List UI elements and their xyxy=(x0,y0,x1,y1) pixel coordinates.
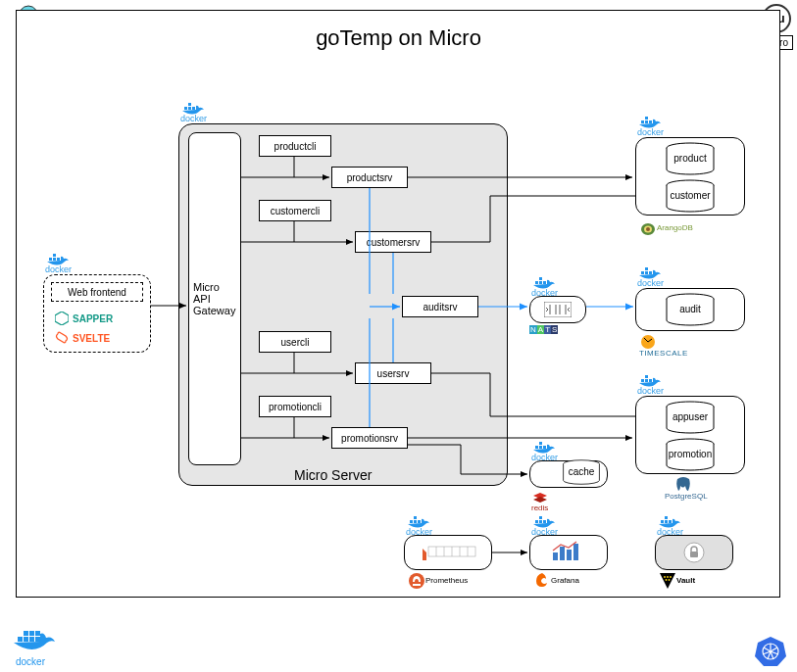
svg-point-55 xyxy=(409,573,424,589)
customer-db: customer xyxy=(661,179,720,213)
prometheus-icon xyxy=(408,572,425,590)
svg-rect-17 xyxy=(539,277,542,280)
svg-rect-11 xyxy=(188,107,191,110)
svg-rect-81 xyxy=(29,631,34,636)
web-frontend-label: Web frontend xyxy=(51,282,143,302)
svg-point-74 xyxy=(666,579,668,581)
svg-rect-39 xyxy=(641,379,644,382)
customercli-box: customercli xyxy=(259,200,331,221)
svg-rect-59 xyxy=(543,520,546,523)
svg-rect-60 xyxy=(539,516,542,519)
svg-rect-27 xyxy=(645,117,648,120)
svg-rect-45 xyxy=(410,520,413,523)
svg-rect-78 xyxy=(29,637,34,642)
vault-label: Vault xyxy=(676,576,695,585)
grafana-label: Grafana xyxy=(551,576,579,585)
svg-rect-82 xyxy=(35,631,40,636)
customersrv-box: customersrv xyxy=(355,231,431,253)
docker-label: docker xyxy=(637,127,664,137)
svg-rect-41 xyxy=(649,379,652,382)
docker-label: docker xyxy=(45,264,72,274)
svg-point-71 xyxy=(664,576,666,578)
nats-box xyxy=(529,296,586,323)
svg-rect-9 xyxy=(53,254,56,257)
svg-rect-68 xyxy=(665,516,668,519)
svg-rect-66 xyxy=(665,520,668,523)
svg-rect-40 xyxy=(645,379,648,382)
kubernetes-logo xyxy=(754,635,787,672)
micro-server-label: Micro Server xyxy=(294,467,372,483)
svg-rect-64 xyxy=(573,544,578,560)
svg-rect-7 xyxy=(53,258,56,261)
sapper-logo: SAPPER xyxy=(55,312,113,325)
usersrv-box: usersrv xyxy=(355,362,431,384)
svg-rect-35 xyxy=(649,271,652,274)
svg-rect-13 xyxy=(188,103,191,106)
arango-label: ArangoDB xyxy=(657,223,693,232)
svg-rect-77 xyxy=(24,637,28,642)
svg-rect-70 xyxy=(690,552,698,557)
svg-rect-14 xyxy=(535,281,538,284)
prometheus-label: Prometheus xyxy=(425,576,468,585)
usercli-box: usercli xyxy=(259,331,331,353)
svg-rect-67 xyxy=(669,520,672,523)
grafana-box xyxy=(529,535,608,570)
svg-rect-46 xyxy=(414,520,417,523)
promotionsrv-box: promotionsrv xyxy=(331,427,408,449)
appuser-db: appuser xyxy=(661,401,720,434)
svg-rect-19 xyxy=(535,446,538,449)
svg-rect-6 xyxy=(49,258,52,261)
svg-rect-47 xyxy=(418,520,421,523)
svg-rect-8 xyxy=(57,258,60,261)
docker-logo-big xyxy=(14,627,57,660)
diagram-title: goTemp on Micro xyxy=(0,25,797,51)
svg-point-73 xyxy=(670,576,672,578)
arango-icon xyxy=(639,219,657,237)
docker-label-big: docker xyxy=(16,656,45,667)
nats-label: NATS xyxy=(529,325,558,334)
cache-db: cache xyxy=(559,456,604,489)
svg-rect-20 xyxy=(539,446,542,449)
svg-rect-48 xyxy=(414,516,417,519)
svg-point-75 xyxy=(669,579,671,581)
svg-rect-26 xyxy=(649,120,652,123)
svg-rect-22 xyxy=(539,442,542,445)
svg-rect-56 xyxy=(413,584,421,586)
grafana-icon xyxy=(533,572,551,590)
docker-label: docker xyxy=(180,114,207,123)
svg-rect-33 xyxy=(641,271,644,274)
svg-rect-58 xyxy=(539,520,542,523)
svg-rect-65 xyxy=(661,520,664,523)
svg-rect-21 xyxy=(543,446,546,449)
svg-rect-61 xyxy=(553,552,558,560)
svg-rect-57 xyxy=(535,520,538,523)
svg-rect-42 xyxy=(645,375,648,378)
svg-rect-79 xyxy=(35,637,40,642)
svg-rect-76 xyxy=(18,637,23,642)
docker-label: docker xyxy=(637,278,664,288)
svg-rect-24 xyxy=(641,120,644,123)
svg-point-32 xyxy=(646,227,650,231)
svg-rect-62 xyxy=(560,547,565,560)
svg-rect-12 xyxy=(192,107,195,110)
productcli-box: productcli xyxy=(259,135,331,157)
vault-icon xyxy=(659,572,676,590)
svg-rect-25 xyxy=(645,120,648,123)
svelte-logo: SVELTE xyxy=(55,331,110,345)
postgres-label: PostgreSQL xyxy=(665,492,708,501)
svg-point-72 xyxy=(667,576,669,578)
svg-rect-18 xyxy=(544,302,572,317)
micro-gateway: Micro API Gateway xyxy=(188,132,241,465)
prometheus-box xyxy=(404,535,492,570)
promotion-db: promotion xyxy=(661,438,720,471)
svg-rect-63 xyxy=(567,550,572,560)
svg-rect-36 xyxy=(645,267,648,270)
svg-rect-15 xyxy=(539,281,542,284)
product-db: product xyxy=(661,142,720,175)
promotioncli-box: promotioncli xyxy=(259,396,331,417)
redis-label: redis xyxy=(531,504,548,512)
audit-db: audit xyxy=(661,293,720,326)
svg-rect-34 xyxy=(645,271,648,274)
vault-box xyxy=(655,535,733,570)
svg-rect-10 xyxy=(184,107,187,110)
